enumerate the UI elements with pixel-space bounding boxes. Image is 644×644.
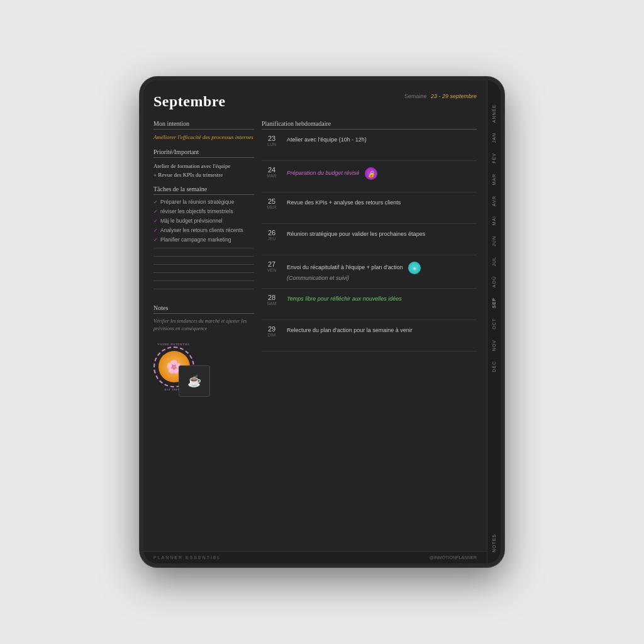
- ven-badge: ●: [408, 262, 421, 274]
- tablet-frame: Septembre Semaine 23 - 29 septembre Mon: [140, 77, 504, 567]
- day-abbr: DIM: [262, 333, 282, 337]
- empty-line: [153, 280, 254, 281]
- task-text: Màj le budget prévisionnel: [160, 218, 223, 225]
- notes-text: Vérifier les tendances du marché et ajus…: [153, 318, 254, 333]
- sidebar-item-aou[interactable]: AOÛ: [491, 271, 497, 292]
- empty-task-lines: [153, 248, 254, 293]
- sidebar-item-notes[interactable]: NOTES: [491, 529, 497, 557]
- main-content: Septembre Semaine 23 - 29 septembre Mon: [143, 80, 487, 564]
- day-info-mar: 24 MAR: [262, 166, 282, 178]
- priority-text: Atelier de formation avec l'équipe+ Revu…: [153, 162, 254, 180]
- sidebar-item-mai[interactable]: MAI: [491, 211, 497, 230]
- sidebar-item-dec[interactable]: DÉC: [491, 356, 497, 377]
- day-info-ven: 27 VEN: [262, 260, 282, 272]
- sidebar-item-jan[interactable]: JAN: [491, 128, 497, 148]
- empty-line: [153, 289, 254, 289]
- tasks-header: Tâches de la semaine: [153, 186, 254, 195]
- week-label: Semaine: [404, 93, 427, 99]
- day-abbr: LUN: [262, 142, 282, 147]
- day-content-dim: Relecture du plan d'action pour la semai…: [287, 325, 477, 335]
- sidebar-item-annee[interactable]: ANNÉE: [491, 99, 497, 128]
- task-text: Préparer la réunion stratégique: [160, 199, 234, 206]
- page-footer: PLANNER ESSENTIEL @INMOTIONPLANNER: [143, 551, 487, 564]
- notes-header: Notes: [153, 304, 254, 314]
- day-row-jeu: 26 JEU Réunion stratégique pour valider …: [262, 224, 477, 255]
- task-text: Analyser les retours clients récents: [160, 227, 243, 235]
- day-info-mer: 25 MER: [262, 197, 282, 209]
- task-check: ✓: [153, 237, 158, 243]
- day-number: 26: [262, 229, 282, 236]
- day-row-mer: 25 MER Revue des KPIs + analyse des reto…: [262, 192, 477, 224]
- day-info-lun: 23 LUN: [262, 135, 282, 147]
- side-navigation: ANNÉE JAN FÉV MAR AVR MAI JUN JUL AOÛ SE…: [487, 80, 501, 564]
- notes-section: Notes Vérifier les tendances du marché e…: [153, 304, 254, 333]
- sidebar-item-oct[interactable]: OCT: [491, 313, 497, 335]
- intention-section: Mon intention Améliorer l'efficacité des…: [153, 120, 254, 142]
- intention-header: Mon intention: [153, 120, 254, 130]
- right-column: Planification hebdomadaire 23 LUN Atelie…: [262, 120, 477, 397]
- task-item: ✓ réviser les objectifs trimestriels: [153, 208, 254, 216]
- task-item: ✓ Màj le budget prévisionnel: [153, 218, 254, 225]
- task-check: ✓: [153, 209, 158, 214]
- day-content-mer: Revue des KPIs + analyse des retours cli…: [287, 197, 477, 208]
- day-row-mar: 24 MAR Préparation du budget révisé 🔒: [262, 161, 477, 192]
- empty-line: [153, 264, 254, 265]
- left-column: Mon intention Améliorer l'efficacité des…: [153, 120, 254, 397]
- budget-badge: 🔒: [365, 167, 377, 180]
- empty-line: [153, 248, 254, 248]
- page-header: Septembre Semaine 23 - 29 septembre: [153, 93, 477, 110]
- day-row-sam: 28 SAM Temps libre pour réfléchir aux no…: [262, 289, 477, 320]
- sidebar-item-avr[interactable]: AVR: [491, 191, 497, 211]
- day-row-ven: 27 VEN Envoi du récapitulatif à l'équipe…: [262, 255, 477, 289]
- planner-page: Septembre Semaine 23 - 29 septembre Mon: [143, 80, 487, 551]
- task-check: ✓: [153, 228, 158, 233]
- task-item: ✓ Préparer la réunion stratégique: [153, 199, 254, 206]
- day-row-dim: 29 DIM Relecture du plan d'action pour l…: [262, 320, 477, 352]
- sticker-text-top: VOTRE POTENTIEL: [157, 343, 190, 346]
- day-content-jeu: Réunion stratégique pour valider les pro…: [287, 229, 477, 239]
- sidebar-item-sep[interactable]: SEP: [491, 292, 497, 313]
- day-content-lun: Atelier avec l'équipe (10h - 12h): [287, 135, 477, 145]
- sidebar-item-fev[interactable]: FÉV: [491, 148, 497, 169]
- day-content-sam: Temps libre pour réfléchir aux nouvelles…: [287, 294, 477, 304]
- task-list: ✓ Préparer la réunion stratégique ✓ révi…: [153, 199, 254, 243]
- week-info: Semaine 23 - 29 septembre: [404, 93, 477, 99]
- sidebar-item-mar[interactable]: MAR: [491, 169, 497, 191]
- empty-line: [153, 272, 254, 273]
- task-text: Planifier campagne marketing: [160, 236, 231, 244]
- day-content-ven: Envoi du récapitulatif à l'équipe + plan…: [287, 260, 477, 283]
- day-number: 25: [262, 197, 282, 205]
- priority-section: Priorité/Important Atelier de formation …: [153, 148, 254, 180]
- day-info-sam: 28 SAM: [262, 294, 282, 306]
- day-abbr: SAM: [262, 301, 282, 306]
- sidebar-item-nov[interactable]: NOV: [491, 335, 497, 356]
- day-abbr: MER: [262, 205, 282, 209]
- day-abbr: MAR: [262, 174, 282, 178]
- task-item: ✓ Analyser les retours clients récents: [153, 227, 254, 235]
- task-check: ✓: [153, 199, 158, 205]
- sidebar-item-jun[interactable]: JUN: [491, 231, 497, 252]
- tasks-section: Tâches de la semaine ✓ Préparer la réuni…: [153, 186, 254, 292]
- day-info-dim: 29 DIM: [262, 325, 282, 337]
- day-abbr: VEN: [262, 268, 282, 272]
- day-info-jeu: 26 JEU: [262, 229, 282, 241]
- day-number: 29: [262, 325, 282, 333]
- day-content-mar: Préparation du budget révisé 🔒: [287, 166, 477, 180]
- intention-text: Améliorer l'efficacité des processus int…: [153, 133, 254, 142]
- week-dates: 23 - 29 septembre: [431, 93, 477, 99]
- priority-header: Priorité/Important: [153, 148, 254, 158]
- sticker-area: VOTRE POTENTIEL 🌸 EST INFINI ☕: [153, 347, 210, 397]
- task-check: ✓: [153, 218, 158, 224]
- planning-header: Planification hebdomadaire: [262, 120, 477, 130]
- empty-line: [153, 256, 254, 257]
- day-number: 28: [262, 294, 282, 301]
- day-number: 24: [262, 166, 282, 174]
- sidebar-item-jul[interactable]: JUL: [491, 252, 497, 271]
- footer-right: @INMOTIONPLANNER: [430, 555, 477, 560]
- desk-image: ☕: [179, 365, 210, 397]
- footer-left: PLANNER ESSENTIEL: [153, 555, 221, 560]
- day-abbr: JEU: [262, 236, 282, 241]
- day-number: 27: [262, 260, 282, 268]
- day-row-lun: 23 LUN Atelier avec l'équipe (10h - 12h): [262, 130, 477, 161]
- day-number: 23: [262, 135, 282, 142]
